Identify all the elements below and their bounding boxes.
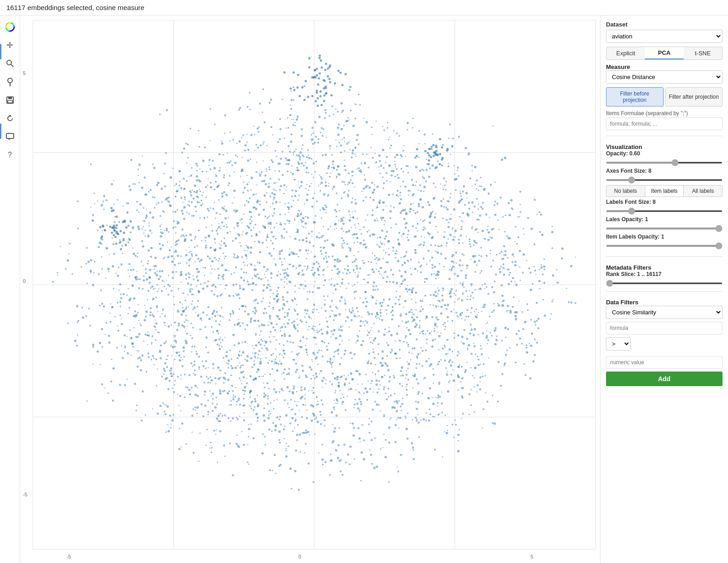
formulae-section: Items Formulae (separated by ";") — [606, 110, 723, 130]
content-area: ✛ — [0, 16, 728, 563]
svg-rect-7 — [8, 97, 12, 99]
svg-point-2 — [7, 60, 11, 65]
item-labels-btn[interactable]: Item labels — [645, 186, 684, 197]
no-labels-btn[interactable]: No labels — [606, 186, 645, 197]
item-labels-opacity-slider[interactable] — [606, 245, 723, 247]
tab-pca[interactable]: PCA — [645, 47, 683, 59]
item-labels-opacity-label: Item Labels Opacity: 1 — [606, 234, 723, 240]
dataset-label: Dataset — [606, 21, 723, 28]
visualization-title: Visualization — [606, 143, 723, 150]
formula-input[interactable] — [606, 322, 723, 335]
rainbow-tool-button[interactable] — [2, 19, 18, 35]
svg-point-4 — [8, 78, 12, 83]
axes-font-size-slider[interactable] — [606, 179, 723, 181]
divider-1 — [606, 136, 723, 136]
pin-icon — [6, 77, 14, 86]
measure-select[interactable]: Cosine Distance — [606, 70, 723, 84]
labels-font-size-label: Labels Font Size: 8 — [606, 199, 723, 205]
operator-row: > < >= <= = != — [606, 337, 723, 353]
move-tool-button[interactable]: ✛ — [2, 37, 18, 53]
save-icon — [6, 96, 14, 104]
move-icon: ✛ — [6, 40, 13, 50]
chat-icon — [6, 133, 14, 141]
svg-rect-10 — [6, 133, 14, 138]
filter-after-btn[interactable]: Filter after projection — [665, 87, 723, 106]
svg-marker-9 — [8, 115, 12, 117]
dataset-section: Dataset aviation — [606, 21, 723, 43]
chart-area: 5 0 -5 -5 0 5 — [20, 16, 600, 563]
metadata-filters-section: Metadata Filters Rank Slice: 1 .. 16117 — [606, 262, 723, 286]
active-indicator-chat — [0, 123, 1, 139]
left-toolbar: ✛ — [0, 16, 20, 563]
data-filters-section: Data Filters Cosine Similarity Euclidean… — [606, 297, 723, 386]
search-tool-button[interactable] — [2, 56, 18, 71]
filter-group: Filter before projection Filter after pr… — [606, 87, 723, 106]
page-title: 16117 embeddings selected, cosine measur… — [0, 0, 728, 16]
tab-explicit[interactable]: Explicit — [606, 47, 645, 59]
refresh-icon — [6, 114, 14, 122]
divider-2 — [606, 256, 723, 257]
svg-line-3 — [11, 64, 13, 67]
add-button[interactable]: Add — [606, 372, 723, 386]
opacity-row: Opacity: 0.60 — [606, 150, 723, 165]
svg-rect-8 — [8, 101, 12, 103]
metadata-filters-title: Metadata Filters — [606, 264, 723, 271]
save-tool-button[interactable] — [2, 92, 18, 108]
opacity-slider[interactable] — [606, 162, 723, 164]
labels-font-size-row: Labels Font Size: 8 — [606, 199, 723, 213]
axes-font-size-row: Axes Font Size: 8 — [606, 168, 723, 182]
rank-slice-slider[interactable] — [606, 282, 723, 284]
lales-opacity-slider[interactable] — [606, 228, 723, 229]
data-filter-type-select[interactable]: Cosine Similarity Euclidean Distance Man… — [606, 306, 723, 319]
operator-select[interactable]: > < >= <= = != — [606, 337, 631, 351]
chart-wrapper: 5 0 -5 -5 0 5 — [20, 16, 600, 563]
measure-label: Measure — [606, 64, 723, 70]
filter-before-btn[interactable]: Filter before projection — [606, 87, 664, 106]
opacity-label: Opacity: 0.60 — [606, 150, 723, 157]
active-indicator-move — [0, 44, 1, 59]
tab-tsne[interactable]: t-SNE — [684, 47, 722, 59]
all-labels-btn[interactable]: All labels — [684, 186, 722, 197]
data-filters-title: Data Filters — [606, 299, 723, 306]
help-icon: ? — [8, 151, 12, 159]
labels-group: No labels Item labels All labels — [606, 185, 723, 197]
help-tool-button[interactable]: ? — [2, 147, 18, 163]
labels-font-size-slider[interactable] — [606, 210, 723, 212]
measure-section: Measure Cosine Distance — [606, 64, 723, 84]
rank-slice-label: Rank Slice: 1 .. 16117 — [606, 271, 723, 277]
formulae-input[interactable] — [606, 117, 723, 130]
numeric-value-input[interactable] — [606, 356, 723, 369]
dataset-select[interactable]: aviation — [606, 30, 723, 43]
lales-opacity-label: Lales Opacity: 1 — [606, 216, 723, 223]
projection-tabs: Explicit PCA t-SNE — [606, 47, 723, 60]
pin-tool-button[interactable] — [2, 74, 18, 90]
chat-tool-button[interactable] — [2, 129, 18, 144]
item-labels-opacity-row: Item Labels Opacity: 1 — [606, 234, 723, 248]
formulae-label: Items Formulae (separated by ";") — [606, 110, 723, 117]
visualization-section: Visualization Opacity: 0.60 Axes Font Si… — [606, 142, 723, 251]
scatter-plot — [20, 16, 600, 563]
divider-3 — [606, 291, 723, 292]
right-panel: Dataset aviation Explicit PCA t-SNE Meas… — [600, 16, 728, 563]
rainbow-icon — [5, 22, 15, 32]
svg-point-1 — [8, 25, 12, 29]
search-icon — [6, 59, 14, 68]
axes-font-size-label: Axes Font Size: 8 — [606, 168, 723, 174]
refresh-tool-button[interactable] — [2, 111, 18, 126]
lales-opacity-row: Lales Opacity: 1 — [606, 216, 723, 231]
